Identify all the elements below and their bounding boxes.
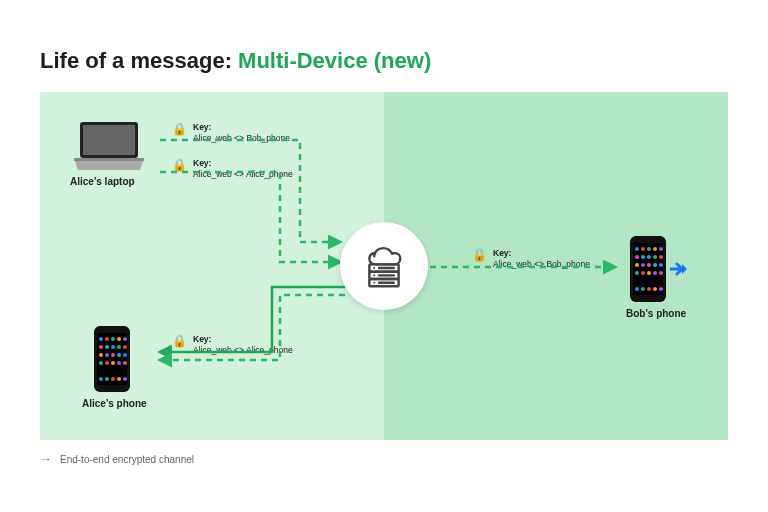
key-pair: Alice_web <> Alice_phone: [193, 169, 293, 179]
key-bob-in: 🔒 Key: Alice_web <> Bob_phone: [472, 248, 590, 269]
svg-point-26: [111, 353, 115, 357]
svg-point-41: [635, 247, 639, 251]
svg-point-54: [653, 263, 657, 267]
svg-point-4: [373, 274, 375, 276]
svg-point-65: [659, 287, 663, 291]
svg-point-58: [647, 271, 651, 275]
svg-point-33: [123, 361, 127, 365]
svg-point-46: [635, 255, 639, 259]
svg-point-60: [659, 271, 663, 275]
svg-point-53: [647, 263, 651, 267]
svg-point-50: [659, 255, 663, 259]
key-title: Key:: [193, 158, 293, 169]
svg-point-16: [111, 337, 115, 341]
key-title: Key:: [193, 334, 293, 345]
svg-point-17: [117, 337, 121, 341]
svg-point-21: [111, 345, 115, 349]
label-bob-phone: Bob's phone: [626, 308, 686, 319]
svg-rect-10: [83, 125, 135, 155]
legend: → End-to-end encrypted channel: [40, 452, 194, 466]
svg-point-27: [117, 353, 121, 357]
arrow-right-icon: [670, 260, 688, 278]
svg-point-20: [105, 345, 109, 349]
key-pair: Alice_web <> Bob_phone: [193, 133, 290, 143]
svg-point-55: [659, 263, 663, 267]
svg-point-61: [635, 287, 639, 291]
page-title: Life of a message: Multi-Device (new): [40, 48, 431, 74]
svg-point-48: [647, 255, 651, 259]
svg-point-25: [105, 353, 109, 357]
key-laptop-alicephone: 🔒 Key: Alice_web <> Alice_phone: [172, 158, 293, 179]
diagram-panel: Alice's laptop Alice's phone: [40, 92, 728, 440]
key-pair: Alice_web <> Alice_phone: [193, 345, 293, 355]
svg-point-43: [647, 247, 651, 251]
title-accent: Multi-Device (new): [238, 48, 431, 73]
legend-arrow-icon: →: [40, 452, 52, 466]
lock-icon: 🔒: [172, 334, 187, 349]
svg-point-44: [653, 247, 657, 251]
svg-point-59: [653, 271, 657, 275]
svg-point-14: [99, 337, 103, 341]
key-alicephone-in: 🔒 Key: Alice_web <> Alice_phone: [172, 334, 293, 355]
key-laptop-bob: 🔒 Key: Alice_web <> Bob_phone: [172, 122, 290, 143]
key-title: Key:: [193, 122, 290, 133]
label-alice-phone: Alice's phone: [82, 398, 147, 409]
device-bob-phone: [628, 234, 668, 308]
svg-point-18: [123, 337, 127, 341]
svg-point-32: [117, 361, 121, 365]
svg-point-29: [99, 361, 103, 365]
device-alice-phone: [92, 324, 132, 398]
phone-icon: [92, 324, 132, 394]
svg-point-23: [123, 345, 127, 349]
lock-icon: 🔒: [472, 248, 487, 263]
svg-point-63: [647, 287, 651, 291]
svg-point-22: [117, 345, 121, 349]
svg-point-15: [105, 337, 109, 341]
svg-point-34: [99, 377, 103, 381]
svg-point-5: [373, 282, 375, 284]
svg-point-51: [635, 263, 639, 267]
laptop-icon: [70, 120, 148, 172]
svg-point-37: [117, 377, 121, 381]
svg-point-57: [641, 271, 645, 275]
svg-point-38: [123, 377, 127, 381]
svg-point-3: [373, 267, 375, 269]
server-node: [340, 222, 428, 310]
device-alice-laptop: [70, 120, 148, 176]
svg-rect-11: [74, 158, 144, 161]
key-pair: Alice_web <> Bob_phone: [493, 259, 590, 269]
svg-point-56: [635, 271, 639, 275]
svg-point-62: [641, 287, 645, 291]
key-title: Key:: [493, 248, 590, 259]
server-cloud-icon: [358, 240, 410, 292]
svg-point-28: [123, 353, 127, 357]
lock-icon: 🔒: [172, 158, 187, 173]
lock-icon: 🔒: [172, 122, 187, 137]
svg-point-45: [659, 247, 663, 251]
svg-point-42: [641, 247, 645, 251]
svg-point-30: [105, 361, 109, 365]
svg-point-47: [641, 255, 645, 259]
svg-point-35: [105, 377, 109, 381]
svg-point-64: [653, 287, 657, 291]
svg-point-24: [99, 353, 103, 357]
svg-point-52: [641, 263, 645, 267]
svg-point-19: [99, 345, 103, 349]
svg-point-36: [111, 377, 115, 381]
svg-point-49: [653, 255, 657, 259]
svg-point-31: [111, 361, 115, 365]
phone-icon: [628, 234, 668, 304]
legend-text: End-to-end encrypted channel: [60, 454, 194, 465]
label-alice-laptop: Alice's laptop: [70, 176, 135, 187]
title-prefix: Life of a message:: [40, 48, 232, 73]
